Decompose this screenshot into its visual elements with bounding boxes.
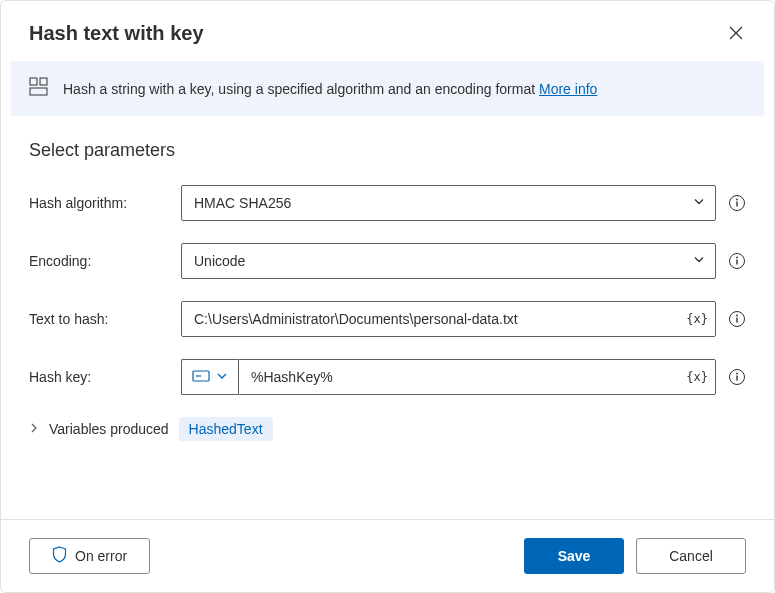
svg-rect-11: [736, 318, 737, 323]
svg-rect-8: [736, 260, 737, 265]
on-error-label: On error: [75, 548, 127, 564]
key-input[interactable]: [238, 359, 716, 395]
expand-chevron-icon[interactable]: [29, 423, 39, 435]
close-button[interactable]: [722, 19, 750, 47]
dialog-footer: On error Save Cancel: [1, 519, 774, 592]
action-icon: [29, 77, 49, 100]
section-title: Select parameters: [29, 140, 746, 161]
cancel-button[interactable]: Cancel: [636, 538, 746, 574]
banner-text: Hash a string with a key, using a specif…: [63, 81, 597, 97]
variable-chip[interactable]: HashedText: [179, 417, 273, 441]
info-banner: Hash a string with a key, using a specif…: [11, 61, 764, 116]
text-field-icon: [192, 369, 210, 386]
shield-icon: [52, 546, 67, 566]
algorithm-label: Hash algorithm:: [29, 195, 169, 211]
svg-point-15: [736, 373, 738, 375]
svg-point-4: [736, 199, 738, 201]
param-row-encoding: Encoding:: [29, 243, 746, 279]
algorithm-select[interactable]: [181, 185, 716, 221]
text-label: Text to hash:: [29, 311, 169, 327]
help-icon-text[interactable]: [728, 310, 746, 328]
key-label: Hash key:: [29, 369, 169, 385]
variables-produced-row: Variables produced HashedText: [29, 417, 746, 441]
dialog-content: Select parameters Hash algorithm: Encodi…: [1, 116, 774, 519]
banner-description: Hash a string with a key, using a specif…: [63, 81, 539, 97]
svg-rect-0: [30, 78, 37, 85]
param-row-algorithm: Hash algorithm:: [29, 185, 746, 221]
dialog-title: Hash text with key: [29, 22, 204, 45]
encoding-select[interactable]: [181, 243, 716, 279]
dialog-header: Hash text with key: [1, 1, 774, 61]
help-icon-encoding[interactable]: [728, 252, 746, 270]
svg-rect-16: [736, 376, 737, 381]
input-type-selector[interactable]: [181, 359, 238, 395]
encoding-label: Encoding:: [29, 253, 169, 269]
save-button[interactable]: Save: [524, 538, 624, 574]
help-icon-key[interactable]: [728, 368, 746, 386]
svg-point-7: [736, 257, 738, 259]
more-info-link[interactable]: More info: [539, 81, 597, 97]
help-icon-algorithm[interactable]: [728, 194, 746, 212]
svg-point-10: [736, 315, 738, 317]
svg-rect-1: [40, 78, 47, 85]
variable-picker-icon[interactable]: {x}: [686, 312, 708, 326]
svg-rect-2: [30, 88, 47, 95]
chevron-down-icon: [216, 369, 228, 385]
variables-produced-label: Variables produced: [49, 421, 169, 437]
param-row-text: Text to hash: {x}: [29, 301, 746, 337]
svg-rect-5: [736, 202, 737, 207]
param-row-key: Hash key: {x}: [29, 359, 746, 395]
text-input[interactable]: [181, 301, 716, 337]
on-error-button[interactable]: On error: [29, 538, 150, 574]
close-icon: [728, 25, 744, 41]
variable-picker-icon[interactable]: {x}: [686, 370, 708, 384]
